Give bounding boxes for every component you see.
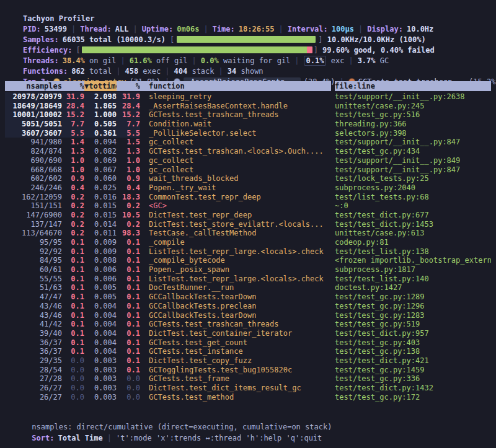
function-cell: gc_collect	[140, 138, 335, 147]
table-row[interactable]: 941/9801.40.0941.5gc_collecttest/support…	[0, 138, 496, 147]
column-header-function[interactable]: function	[140, 81, 331, 91]
file-line-cell: test/test_list.py:138	[335, 247, 491, 257]
table-row[interactable]: 113/646700.20.01198.3TestCase._callTestM…	[0, 229, 496, 238]
file-line-cell: test/test_dict.py:957	[335, 329, 491, 338]
table-row[interactable]: 43/460.10.0040.1GCCallbackTests.preclean…	[0, 302, 496, 311]
table-row[interactable]: 668/6681.00.0671.0gc_collecttest/support…	[0, 165, 496, 175]
cumulative-pct-cell: 0.2	[117, 201, 140, 211]
file-line-cell: subprocess.py:1817	[335, 265, 491, 275]
table-row[interactable]: 137/1470.20.0140.2DictTest.test_store_ev…	[0, 220, 496, 229]
nsamples-cell: 824/874	[5, 147, 62, 156]
file-line-cell: test/test_dict.py:1432	[335, 384, 491, 393]
table-row[interactable]: 36/370.10.0040.1GCTests.test_instancetes…	[0, 347, 496, 356]
cumulative-pct-cell: 0.4	[117, 183, 140, 193]
column-header-nsamples[interactable]: nsamples	[5, 81, 62, 91]
file-line-cell: selectors.py:398	[335, 129, 491, 138]
table-row[interactable]: 27/280.00.0030.0GCTests.test_frametest/t…	[0, 374, 496, 384]
column-header-tottime-sorted[interactable]: ▼tottime	[84, 81, 117, 91]
cumulative-pct-cell: 7.7	[117, 120, 140, 129]
nsamples-cell: 20978/20979	[5, 92, 62, 102]
table-row[interactable]: 5051/50517.70.5057.7Condition.waitthread…	[0, 120, 496, 129]
direct-pct-cell: 0.1	[62, 338, 84, 348]
table-row[interactable]: 162/120590.20.01618.3CommonTest.test_rep…	[0, 193, 496, 202]
thread-label: Thread:	[80, 25, 112, 33]
app-title: Tachyon Profiler	[23, 14, 95, 23]
divider: |	[133, 25, 137, 33]
table-row[interactable]: 29/350.00.0030.1DictTest.test_copy_fuzzt…	[0, 356, 496, 366]
table-row[interactable]: 824/8741.30.0821.3GCTests.test_trashcan.…	[0, 147, 496, 156]
table-row[interactable]: 92/920.10.0090.1ListTest.test_repr_large…	[0, 247, 496, 257]
cumulative-pct-cell: 0.1	[117, 238, 140, 247]
table-row[interactable]: 151/1510.20.0150.2<GC>~:0	[0, 201, 496, 211]
table-row[interactable]: 43/460.10.0040.1GCCallbackTests.tearDown…	[0, 311, 496, 320]
table-row[interactable]: 246/2460.40.0250.4Popen._try_waitsubproc…	[0, 183, 496, 193]
pid-label: PID:	[23, 25, 41, 33]
table-row[interactable]: 3607/36075.50.3615.5_PollLikeSelector.se…	[0, 129, 496, 138]
function-cell: GCTests.test_get_count	[140, 338, 335, 348]
table-row[interactable]: 690/6901.00.0691.0gc_collecttest/support…	[0, 156, 496, 165]
function-cell: DictTest.test_copy_fuzz	[140, 356, 335, 366]
cumulative-pct-cell: 0.0	[117, 393, 140, 402]
function-cell: gc_collect	[140, 165, 335, 175]
file-line-cell: test/test_dict.py:677	[335, 211, 491, 220]
nsamples-cell: 41/42	[5, 320, 62, 329]
divider: |	[116, 67, 120, 76]
function-cell: DictTest.test_container_iterator	[140, 329, 335, 338]
table-row[interactable]: 602/6020.90.0600.9wait_threads_blockedte…	[0, 174, 496, 183]
cumulative-pct-cell: 1.0	[117, 156, 140, 165]
file-line-cell: test/test_gc.py:519	[335, 320, 491, 329]
display-value: 10.0Hz	[407, 25, 433, 33]
cumulative-pct-cell: 1.3	[117, 147, 140, 156]
function-cell: GCTests.test_method	[140, 393, 335, 402]
table-row[interactable]: 10001/1000215.21.00015.2GCTests.test_tra…	[0, 110, 496, 120]
uptime-value: 0m06s	[177, 25, 199, 33]
tottime-cell: 0.003	[84, 366, 117, 375]
file-line-cell: doctest.py:1427	[335, 283, 491, 292]
column-header-pct[interactable]: %	[62, 81, 84, 91]
divider: |	[120, 56, 125, 65]
table-row[interactable]: 147/69000.20.01510.5DictTest.test_repr_d…	[0, 211, 496, 220]
table-row[interactable]: 51/630.10.0050.1DocTestRunner.__rundocte…	[0, 283, 496, 292]
function-cell: ListTest.test_repr_large.<locals>.check	[140, 275, 335, 284]
nsamples-cell: 84/95	[5, 256, 62, 265]
tottime-cell: 0.004	[84, 302, 117, 311]
direct-pct-cell: 7.7	[62, 120, 84, 129]
thread-value[interactable]: ALL	[115, 25, 129, 33]
table-row[interactable]: 26/270.00.0030.0GCTests.test_methodtest/…	[0, 393, 496, 402]
functions-shown: 34	[228, 67, 236, 76]
direct-pct-cell: 31.9	[62, 92, 84, 102]
table-row[interactable]: 55/550.10.0060.1ListTest.test_repr_large…	[0, 275, 496, 284]
file-line-cell: test/test_gc.py:1459	[335, 366, 491, 375]
table-row[interactable]: 95/950.10.0090.1_compilecodeop.py:81	[0, 238, 496, 247]
table-body: 20978/2097931.92.09831.9sleeping_retryte…	[0, 92, 496, 402]
column-header-cum-pct[interactable]: %	[117, 81, 140, 91]
table-row[interactable]: 84/950.10.0080.1_compile_bytecode<frozen…	[0, 256, 496, 265]
title-line: Tachyon Profiler	[0, 3, 496, 14]
table-row[interactable]: 26/270.00.0030.0DictTest.test_dict_items…	[0, 384, 496, 393]
nsamples-cell: 668/668	[5, 165, 62, 175]
nsamples-cell: 137/147	[5, 220, 62, 229]
file-line-cell: test/list_tests.py:68	[335, 193, 491, 202]
table-row[interactable]: 28/540.00.0030.1GCTogglingTests.test_bug…	[0, 366, 496, 375]
column-header-file-line[interactable]: file:line	[335, 81, 491, 91]
table-row[interactable]: 20978/2097931.92.09831.9sleeping_retryte…	[0, 92, 496, 102]
table-row[interactable]: 60/610.10.0060.1Popen._posix_spawnsubpro…	[0, 265, 496, 275]
nsamples-cell: 43/46	[5, 311, 62, 320]
table-row[interactable]: 47/470.10.0050.1GCCallbackTests.tearDown…	[0, 292, 496, 302]
table-row[interactable]: 39/400.10.0040.1DictTest.test_container_…	[0, 329, 496, 338]
pid-value: 53499	[45, 25, 67, 33]
table-row[interactable]: 18649/1864928.41.86528.4_AssertRaisesBas…	[0, 102, 496, 111]
file-line-cell: test/support/__init__.py:849	[335, 156, 491, 165]
cumulative-pct-cell: 0.9	[117, 174, 140, 183]
nsamples-cell: 47/47	[5, 292, 62, 302]
cumulative-pct-cell: 0.1	[117, 292, 140, 302]
direct-pct-cell: 1.4	[62, 138, 84, 147]
table-row[interactable]: 36/370.10.0040.1GCTests.test_get_countte…	[0, 338, 496, 348]
tottime-cell: 0.015	[84, 211, 117, 220]
file-line-cell: test/support/__init__.py:847	[335, 165, 491, 175]
key-hints: 't':mode 'x':trends ↔:thread 'h':help 'q…	[116, 434, 322, 442]
cumulative-pct-cell: 0.1	[117, 256, 140, 265]
nsamples-cell: 162/12059	[5, 193, 62, 202]
table-row[interactable]: 41/420.10.0040.1GCTests.test_trashcan_th…	[0, 320, 496, 329]
function-cell: GCTests.test_trashcan.<locals>.Ouch....	[140, 147, 335, 156]
